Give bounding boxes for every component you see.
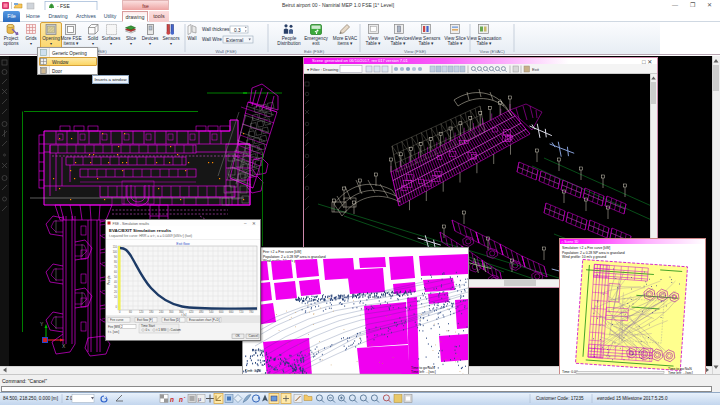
svg-text:items ▾: items ▾ — [338, 41, 354, 46]
svg-text:Y: Y — [40, 321, 44, 327]
svg-text:Wall (FSE): Wall (FSE) — [215, 49, 237, 54]
svg-text:exit: exit — [312, 41, 320, 46]
svg-text:Sensors: Sensors — [162, 36, 180, 41]
svg-text:▾: ▾ — [149, 41, 151, 46]
svg-text:Window: Window — [52, 60, 69, 65]
svg-text:Cancel: Cancel — [249, 334, 259, 338]
svg-text:Wall Wire: Wall Wire — [202, 37, 222, 42]
svg-text:▾: ▾ — [30, 41, 32, 46]
svg-text:t 1 MW: t 1 MW — [157, 328, 167, 332]
svg-text:120: 120 — [139, 310, 144, 314]
svg-text:EVAC/EXIT Simulation results: EVAC/EXIT Simulation results — [109, 228, 172, 233]
svg-text:600: 600 — [219, 310, 224, 314]
svg-text:Exit flow: Exit flow — [176, 242, 190, 246]
svg-text:Grids: Grids — [25, 36, 37, 41]
svg-text:Generic Opening: Generic Opening — [52, 51, 87, 56]
svg-text:▾: ▾ — [130, 41, 132, 46]
svg-text:Wind profile: 10 m/s y ground: Wind profile: 10 m/s y ground — [562, 255, 606, 259]
svg-text:Table ▾: Table ▾ — [477, 41, 493, 46]
svg-text:μ: μ — [198, 396, 201, 402]
svg-text:◇ Scene 3D: ◇ Scene 3D — [561, 240, 579, 244]
svg-text:Surfaces: Surfaces — [102, 36, 121, 41]
svg-text:Simulation: t 2 = Fire curve [: Simulation: t 2 = Fire curve [kW] — [562, 246, 610, 250]
svg-text:Customer Code: 17235: Customer Code: 17235 — [536, 396, 584, 401]
svg-text:Population: 2 = 0.28 NP area i: Population: 2 = 0.28 NP area is grasslan… — [562, 251, 625, 255]
svg-text:items ▾: items ▾ — [64, 41, 80, 46]
svg-text:660: 660 — [229, 310, 234, 314]
svg-text:Wall thickness: Wall thickness — [202, 27, 232, 32]
svg-text:Devices: Devices — [142, 36, 159, 41]
svg-text:OK: OK — [236, 334, 240, 338]
svg-text:✕: ✕ — [252, 221, 256, 226]
svg-text:300: 300 — [169, 310, 174, 314]
svg-text:Wall: Wall — [188, 36, 197, 41]
svg-text:480: 480 — [199, 310, 204, 314]
svg-text:n: n — [170, 396, 174, 403]
svg-text:100: 100 — [113, 250, 118, 254]
svg-text:People: People — [107, 275, 111, 285]
svg-text:Exit flow [F]: Exit flow [F] — [137, 318, 153, 322]
svg-text:t c. [sec]: t c. [sec] — [108, 330, 119, 334]
svg-text:Evacuation chart [F+D]: Evacuation chart [F+D] — [189, 318, 220, 322]
svg-text:Time: 0.00: Time: 0.00 — [245, 369, 261, 373]
svg-text:720: 720 — [239, 310, 244, 314]
svg-text:n´: n´ — [179, 396, 186, 403]
svg-text:▾: ▾ — [170, 41, 172, 46]
svg-text:t-squared fire curve: HRR = a·: t-squared fire curve: HRR = a·t², a = 0.… — [109, 234, 192, 238]
svg-text:0 s: 0 s — [146, 328, 151, 332]
svg-text:Exit: Exit — [532, 67, 540, 72]
svg-text:Exit flow [D]: Exit flow [D] — [164, 318, 180, 322]
svg-text:Fire curve: Fire curve — [110, 318, 124, 322]
svg-text:Door: Door — [52, 69, 62, 74]
svg-text:Slice: Slice — [126, 36, 137, 41]
svg-text:84.500, 218.250, 0.000 [m]: 84.500, 218.250, 0.000 [m] — [3, 396, 58, 401]
svg-text:View (FSE): View (FSE) — [404, 49, 427, 54]
svg-text:▾: ▾ — [92, 41, 94, 46]
svg-text:Opening: Opening — [42, 36, 60, 41]
svg-text:options: options — [3, 41, 19, 46]
svg-text:Fire [MW]: Fire [MW] — [108, 325, 121, 329]
svg-text:Fire: t 2 = Fire curve [kW]: Fire: t 2 = Fire curve [kW] — [263, 250, 301, 254]
svg-text:X: X — [62, 343, 66, 349]
svg-text:Table ▾: Table ▾ — [366, 41, 382, 46]
svg-text:Table ▾: Table ▾ — [419, 41, 435, 46]
svg-text:Distribution: Distribution — [277, 41, 301, 46]
svg-text:□ ✕: □ ✕ — [642, 59, 652, 65]
svg-text:▾ Filter : Drawing: ▾ Filter : Drawing — [307, 67, 339, 72]
svg-text:▾: ▾ — [110, 41, 112, 46]
svg-text:Custom: Custom — [171, 328, 182, 332]
svg-text:Table ▾: Table ▾ — [391, 41, 407, 46]
svg-text:External: External — [226, 38, 243, 43]
svg-text:180: 180 — [149, 310, 154, 314]
svg-text:Table ▾: Table ▾ — [448, 41, 464, 46]
svg-text:Edit (FSE): Edit (FSE) — [304, 49, 325, 54]
svg-text:540: 540 — [209, 310, 214, 314]
svg-text:420: 420 — [189, 310, 194, 314]
svg-text:View (EVAC): View (EVAC) — [479, 49, 505, 54]
svg-text:Solid: Solid — [88, 36, 99, 41]
svg-text:▾: ▾ — [50, 41, 52, 46]
svg-text:ewroded 15 Milestone 2017.5.25: ewroded 15 Milestone 2017.5.25.0 — [597, 396, 668, 401]
svg-text:FSE - Simulation results: FSE - Simulation results — [113, 222, 150, 226]
svg-text:- FSE: - FSE — [57, 3, 70, 9]
svg-text:240: 240 — [159, 310, 164, 314]
svg-text:Population: 2 = 0.28 NP area i: Population: 2 = 0.28 NP area is grasslan… — [263, 255, 326, 259]
svg-text:110: 110 — [113, 245, 118, 249]
svg-text:0.3: 0.3 — [234, 28, 241, 33]
svg-text:780: 780 — [249, 310, 254, 314]
